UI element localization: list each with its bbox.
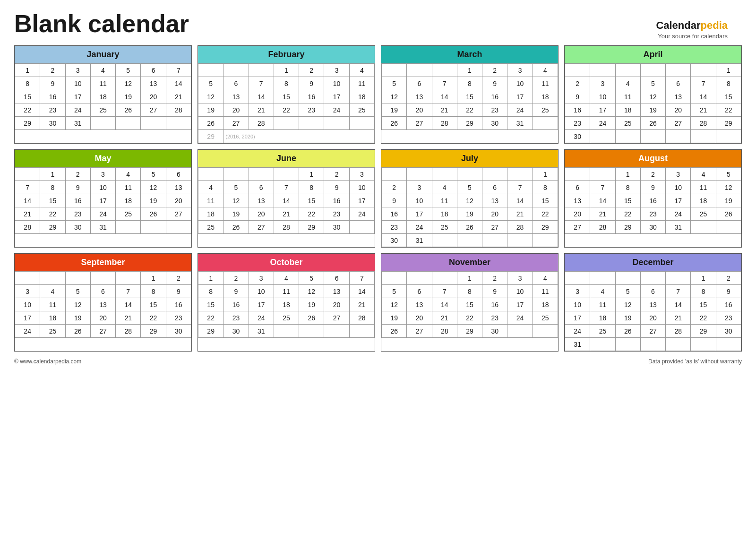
calendar-day-cell: 8: [141, 285, 166, 298]
calendar-day-cell: [407, 64, 432, 77]
calendar-day-cell: [533, 325, 558, 338]
calendar-day-cell: [274, 117, 299, 130]
calendar-day-cell: [507, 168, 533, 181]
calendar-day-cell: 28: [432, 325, 457, 338]
calendar-day-cell: 16: [565, 103, 590, 117]
calendar-day-cell: 22: [691, 311, 716, 325]
calendar-day-cell: 8: [15, 77, 40, 90]
calendar-day-cell: [249, 168, 274, 181]
calendar-day-cell: 14: [274, 194, 299, 207]
calendar-day-cell: 24: [249, 311, 274, 325]
calendar-day-cell: 13: [324, 285, 349, 298]
calendar-day-cell: [249, 64, 274, 77]
calendar-day-cell: 11: [691, 181, 716, 194]
calendar-day-cell: 19: [382, 103, 407, 117]
calendar-day-cell: 24: [565, 325, 590, 338]
calendar-day-cell: 25: [116, 207, 141, 221]
calendar-day-cell: 31: [65, 117, 90, 130]
calendar-day-cell: [482, 168, 507, 181]
calendar-day-cell: 7: [349, 272, 374, 285]
calendar-day-cell: 14: [166, 77, 191, 90]
calendar-day-cell: 27: [324, 311, 349, 325]
calendar-day-cell: 17: [349, 194, 374, 207]
calendar-day-cell: 13: [565, 194, 590, 207]
calendar-day-cell: 28: [507, 221, 533, 234]
calendar-day-cell: 8: [198, 285, 223, 298]
calendar-day-cell: 3: [590, 77, 615, 90]
calendar-day-cell: 18: [432, 207, 457, 221]
calendar-day-cell: 1: [533, 168, 558, 181]
calendar-day-cell: 29: [533, 221, 558, 234]
calendar-day-cell: 29: [691, 325, 716, 338]
calendar-day-cell: 3: [507, 64, 533, 77]
calendar-day-cell: [432, 234, 457, 247]
month-header-may: May: [15, 150, 191, 167]
calendar-day-cell: 7: [15, 181, 40, 194]
month-september: September1234567891011121314151617181920…: [14, 253, 192, 352]
calendar-day-cell: [565, 272, 590, 285]
month-header-march: March: [381, 46, 558, 63]
calendar-day-cell: 9: [299, 77, 324, 90]
calendar-day-cell: 22: [274, 103, 299, 117]
calendar-day-cell: [223, 168, 249, 181]
calendar-day-cell: 30: [716, 325, 741, 338]
month-header-december: December: [565, 254, 741, 271]
calendar-day-cell: 11: [116, 181, 141, 194]
calendar-day-cell: 6: [223, 77, 249, 90]
calendar-day-cell: [407, 272, 432, 285]
calendar-day-cell: 30: [166, 325, 191, 338]
calendar-day-cell: 6: [90, 285, 115, 298]
calendar-day-cell: [299, 325, 324, 338]
calendar-day-cell: 10: [590, 90, 615, 103]
calendar-day-cell: 9: [65, 181, 90, 194]
month-july: July123456789101112131415161718192021222…: [381, 149, 558, 248]
month-header-august: August: [565, 150, 741, 167]
calendar-day-cell: 16: [482, 298, 507, 311]
calendar-day-cell: 14: [666, 298, 691, 311]
calendar-day-cell: 20: [90, 311, 115, 325]
month-october: October123456789101112131415161718192021…: [198, 253, 375, 352]
calendar-day-cell: 2: [166, 272, 191, 285]
calendar-day-cell: 4: [90, 64, 115, 77]
calendar-day-cell: [691, 338, 716, 351]
calendar-day-cell: 25: [691, 207, 716, 221]
calendar-day-cell: 20: [482, 207, 507, 221]
calendar-day-cell: 1: [615, 168, 640, 181]
calendar-day-cell: [198, 168, 223, 181]
calendar-day-cell: 19: [716, 194, 741, 207]
month-table-november: 1234567891011121314151617181920212223242…: [381, 271, 558, 338]
calendar-day-cell: 6: [407, 285, 432, 298]
calendar-day-cell: 1: [141, 272, 166, 285]
calendar-day-cell: 5: [65, 285, 90, 298]
calendar-day-cell: 22: [457, 311, 482, 325]
calendar-day-cell: 2: [482, 64, 507, 77]
calendar-day-cell: 17: [249, 298, 274, 311]
calendar-day-cell: 6: [482, 181, 507, 194]
calendar-day-cell: [590, 64, 615, 77]
calendar-day-cell: 28: [349, 311, 374, 325]
calendar-day-cell: 13: [141, 77, 166, 90]
calendar-day-cell: [223, 64, 249, 77]
calendar-day-cell: 4: [274, 272, 299, 285]
calendar-day-cell: 28: [15, 221, 40, 234]
calendar-day-cell: 27: [482, 221, 507, 234]
calendar-day-cell: 24: [65, 103, 90, 117]
calendar-day-cell: 17: [15, 311, 40, 325]
calendar-day-cell: 10: [407, 194, 432, 207]
calendar-day-cell: 11: [590, 298, 615, 311]
calendar-day-cell: 30: [482, 325, 507, 338]
calendar-day-cell: 4: [691, 168, 716, 181]
calendar-day-cell: 12: [223, 194, 249, 207]
calendar-day-cell: 14: [691, 90, 716, 103]
calendar-day-cell: [324, 325, 349, 338]
calendar-day-cell: 27: [249, 221, 274, 234]
calendar-day-cell: 24: [349, 207, 374, 221]
calendar-day-cell: 12: [615, 298, 640, 311]
calendar-day-cell: 25: [40, 325, 65, 338]
leap-day-number: 29: [198, 130, 223, 143]
calendar-day-cell: 19: [141, 194, 166, 207]
calendar-day-cell: 2: [65, 168, 90, 181]
calendar-day-cell: 11: [274, 285, 299, 298]
calendar-day-cell: 15: [15, 90, 40, 103]
calendar-day-cell: 5: [640, 77, 665, 90]
